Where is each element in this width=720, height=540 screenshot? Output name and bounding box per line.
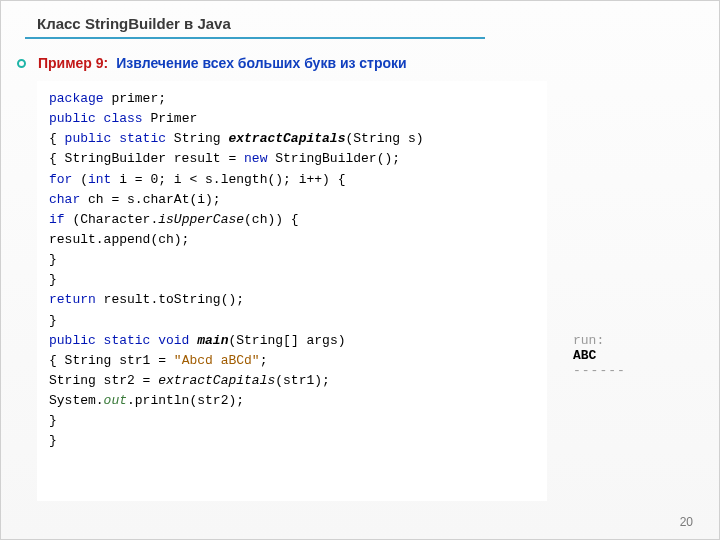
code-token: package (49, 91, 104, 106)
code-token: public static void (49, 333, 189, 348)
example-text: Извлечение всех больших букв из строки (116, 55, 406, 71)
code-token: } (49, 252, 57, 267)
code-token: if (49, 212, 65, 227)
code-token: (str1); (275, 373, 330, 388)
code-token: (String[] args) (228, 333, 345, 348)
code-token: (String s) (345, 131, 423, 146)
code-token: main (197, 333, 228, 348)
code-token: public class (49, 111, 143, 126)
code-token: } (49, 272, 57, 287)
output-block: run: ABC ------ (573, 333, 703, 378)
bullet-icon (17, 59, 26, 68)
slide: Класс StringBuilder в Java Пример 9: Изв… (0, 0, 720, 540)
code-token: System. (49, 393, 104, 408)
code-token: } (49, 433, 57, 448)
code-token: { StringBuilder result = (49, 151, 244, 166)
output-dash: ------ (573, 363, 703, 378)
code-token: ; (260, 353, 268, 368)
example-row: Пример 9: Извлечение всех больших букв и… (17, 55, 407, 71)
code-token: "Abcd aBCd" (174, 353, 260, 368)
code-token: public static (65, 131, 166, 146)
code-token: new (244, 151, 267, 166)
code-token: isUpperCase (158, 212, 244, 227)
code-token: ( (72, 172, 88, 187)
code-token: StringBuilder(); (267, 151, 400, 166)
code-token: String (166, 131, 228, 146)
code-token: return (49, 292, 96, 307)
code-token: extractCapitals (228, 131, 345, 146)
code-token: (Character. (65, 212, 159, 227)
page-number: 20 (680, 515, 693, 529)
code-token: Primer (143, 111, 198, 126)
code-token: for (49, 172, 72, 187)
code-block: package primer; public class Primer { pu… (37, 81, 547, 501)
code-token: i = 0; i < s.length(); i++) { (111, 172, 345, 187)
code-token: { (49, 131, 65, 146)
example-label: Пример 9: (38, 55, 108, 71)
code-token: } (49, 313, 57, 328)
code-token: primer; (104, 91, 166, 106)
code-token: result.toString(); (96, 292, 244, 307)
code-token: out (104, 393, 127, 408)
output-value: ABC (573, 348, 703, 363)
code-token: extractCapitals (158, 373, 275, 388)
output-run-label: run: (573, 333, 703, 348)
code-token: int (88, 172, 111, 187)
code-token: char (49, 192, 80, 207)
code-token: ch = s.charAt(i); (80, 192, 220, 207)
slide-title: Класс StringBuilder в Java (37, 15, 231, 32)
code-token: .println(str2); (127, 393, 244, 408)
code-token: result.append(ch); (49, 232, 189, 247)
code-token: (ch)) { (244, 212, 299, 227)
code-token: String str2 = (49, 373, 158, 388)
code-token: { String str1 = (49, 353, 174, 368)
code-token: } (49, 413, 57, 428)
